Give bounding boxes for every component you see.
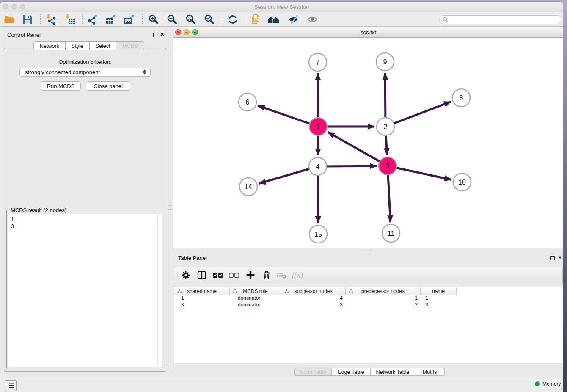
edge-1-6[interactable]	[258, 106, 318, 127]
cell-predecessor-nodes[interactable]: 1	[346, 295, 421, 301]
node-label: 6	[246, 99, 250, 106]
delete-table-icon[interactable]	[275, 269, 288, 282]
optimization-label: Optimization criterion:	[0, 59, 170, 65]
zoom-in-icon[interactable]	[146, 13, 161, 26]
table-tabs: Node TableEdge TableNetwork TableMotifs	[294, 368, 445, 376]
node-label: 7	[316, 59, 320, 66]
tab-motifs[interactable]: Motifs	[415, 368, 445, 376]
table-row[interactable]: 3dominator323	[174, 301, 563, 308]
column-layout-icon[interactable]	[195, 269, 208, 282]
home-icon[interactable]	[266, 13, 281, 26]
search-icon	[443, 17, 448, 22]
tab-edge-table[interactable]: Edge Table	[332, 368, 371, 376]
export-table-icon[interactable]	[104, 13, 118, 26]
column-header-successor-nodes[interactable]: successor nodes	[281, 287, 346, 295]
import-table-icon[interactable]	[63, 13, 77, 26]
close-panel-button[interactable]: Close panel	[86, 81, 130, 91]
table-row[interactable]: 1dominator411	[174, 295, 563, 301]
show-panel-eye-icon[interactable]	[305, 13, 319, 26]
task-history-button[interactable]	[5, 380, 17, 391]
copy-network-icon[interactable]	[249, 13, 263, 26]
column-header-predecessor-nodes[interactable]: predecessor nodes	[346, 287, 421, 295]
delete-column-trash-icon[interactable]	[260, 269, 273, 282]
memory-button[interactable]: Memory	[531, 379, 562, 389]
deselect-all-icon[interactable]	[228, 269, 240, 282]
close-table-panel-icon[interactable]: ×	[558, 254, 562, 261]
table-toolbar: f(x)	[174, 267, 563, 283]
optimization-dropdown[interactable]: strongly connected component	[19, 68, 151, 77]
window-title: Session: New Session	[0, 4, 563, 10]
tab-network-table[interactable]: Network Table	[371, 368, 415, 376]
node-label: 2	[384, 123, 388, 130]
result-line: 3	[11, 223, 162, 230]
mcds-result-title: MCDS result (2 nodes)	[9, 207, 68, 213]
table-header: shared nameMCDS rolesuccessor nodesprede…	[174, 287, 457, 295]
search-box[interactable]	[439, 15, 561, 24]
run-mcds-button[interactable]: Run MCDS	[41, 81, 81, 91]
dropdown-arrows-icon	[143, 69, 146, 75]
column-header-name[interactable]: name	[421, 287, 457, 295]
table-panel: Table Panel ×	[173, 253, 563, 376]
save-session-icon[interactable]	[20, 13, 35, 26]
cell-MCDS-role[interactable]: dominator	[230, 295, 281, 301]
table-rows: 1dominator4113dominator323	[174, 295, 563, 308]
horizontal-splitter-handle[interactable]	[367, 249, 372, 251]
refresh-icon[interactable]	[226, 13, 240, 26]
import-network-icon[interactable]	[44, 13, 58, 26]
function-builder-icon[interactable]: f(x)	[291, 269, 304, 282]
hide-panel-eye-icon[interactable]	[286, 13, 300, 26]
export-image-icon[interactable]	[122, 13, 137, 26]
float-panel-icon[interactable]	[153, 33, 157, 37]
node-label: 11	[388, 230, 395, 237]
add-column-icon[interactable]	[244, 269, 257, 282]
toolbar-separator	[142, 14, 143, 25]
cell-MCDS-role[interactable]: dominator	[230, 301, 281, 308]
column-header-shared-name[interactable]: shared name	[174, 287, 230, 295]
vertical-splitter[interactable]	[170, 27, 170, 376]
cell-shared-name[interactable]: 1	[174, 295, 230, 301]
main-toolbar	[0, 13, 563, 27]
node-label: 1	[317, 123, 320, 130]
status-bar: Memory	[0, 376, 563, 392]
table-settings-gear-icon[interactable]	[179, 269, 192, 282]
column-header-MCDS-role[interactable]: MCDS role	[230, 287, 281, 295]
network-window-title: scc.txt	[173, 29, 563, 36]
node-label: 3	[386, 163, 390, 170]
memory-label: Memory	[542, 381, 561, 387]
cell-successor-nodes[interactable]: 3	[281, 301, 346, 308]
titlebar: Session: New Session	[0, 2, 563, 12]
node-label: 4	[316, 163, 320, 170]
cell-name[interactable]: 1	[421, 295, 457, 301]
search-input[interactable]	[450, 17, 561, 23]
export-network-icon[interactable]	[85, 13, 100, 26]
cell-shared-name[interactable]: 3	[174, 301, 230, 308]
zoom-fit-icon[interactable]	[184, 13, 198, 26]
control-panel-title: Control Panel	[7, 32, 41, 38]
edge-3-1[interactable]	[328, 132, 388, 166]
cell-predecessor-nodes[interactable]: 2	[346, 301, 421, 308]
vertical-splitter-handle[interactable]	[168, 203, 172, 210]
graph-svg: 7968124314101511	[173, 38, 563, 248]
node-label: 15	[314, 231, 322, 238]
tab-node-table[interactable]: Node Table	[294, 368, 332, 376]
zoom-out-icon[interactable]	[165, 13, 179, 26]
network-canvas[interactable]: 7968124314101511	[173, 38, 563, 248]
select-all-icon[interactable]	[212, 269, 224, 282]
cell-successor-nodes[interactable]: 4	[281, 295, 346, 301]
result-scrollbar[interactable]	[157, 214, 162, 367]
close-panel-icon[interactable]: ×	[160, 30, 164, 38]
open-file-icon[interactable]	[3, 13, 17, 26]
edge-2-8[interactable]	[385, 102, 451, 127]
float-table-panel-icon[interactable]	[550, 256, 555, 260]
table-panel-title: Table Panel	[178, 255, 207, 261]
toolbar-separator	[82, 14, 83, 25]
cell-name[interactable]: 3	[421, 301, 457, 308]
memory-status-icon	[535, 381, 540, 386]
node-label: 10	[458, 179, 466, 186]
edge-3-10[interactable]	[388, 166, 451, 180]
network-window: × − + scc.txt 7968124314101511	[173, 27, 563, 248]
node-label: 8	[460, 94, 463, 102]
zoom-selected-icon[interactable]	[202, 13, 217, 26]
table-body: shared nameMCDS rolesuccessor nodesprede…	[174, 287, 563, 363]
network-window-titlebar: × − + scc.txt	[173, 27, 563, 38]
